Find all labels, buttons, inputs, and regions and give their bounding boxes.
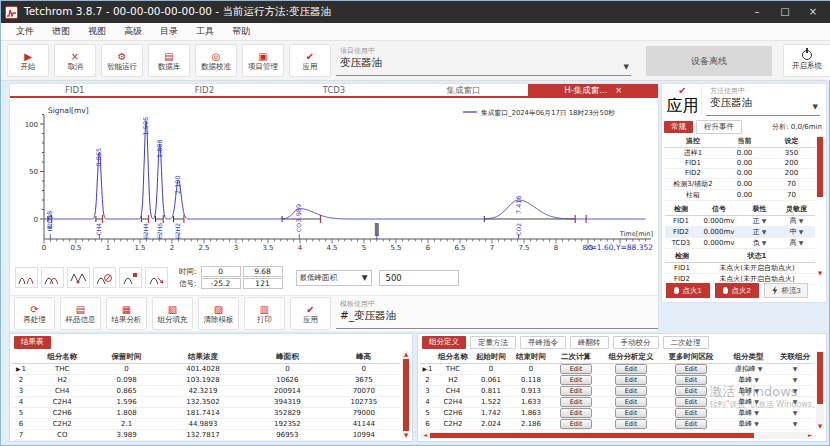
related-component-dropdown[interactable]: ▼	[776, 374, 814, 385]
close-button[interactable]: ×	[799, 1, 827, 23]
tab-fid1[interactable]: FID1	[10, 84, 140, 96]
related-component-dropdown[interactable]: ▼	[776, 418, 814, 429]
tab-h-integration-window[interactable]: H-集成窗... ×	[528, 84, 658, 96]
component-type-dropdown[interactable]: 单峰 ▼	[721, 407, 776, 418]
chevron-down-icon[interactable]: ▼	[793, 387, 798, 394]
chevron-down-icon[interactable]: ▼	[752, 398, 759, 405]
menu-item-tools[interactable]: 工具	[187, 25, 223, 38]
tab-peak-invert[interactable]: 峰翻转	[570, 336, 609, 349]
status-scroll-down-arrow[interactable]: ▼	[816, 270, 824, 277]
analysis-definition-edit-button[interactable]: Edit	[615, 375, 648, 385]
analysis-definition-edit-button[interactable]: Edit	[615, 397, 648, 407]
secondary-calc-edit-button[interactable]: Edit	[560, 364, 593, 374]
tab-component-definition[interactable]: 组分定义	[422, 336, 466, 349]
menu-item-file[interactable]: 文件	[7, 25, 43, 38]
chevron-down-icon[interactable]: ▼	[752, 420, 759, 427]
tab-secondary-processing[interactable]: 二次处理	[663, 336, 709, 349]
peak-skim-tool[interactable]	[145, 267, 168, 288]
tab-program-events[interactable]: 程升事件	[696, 120, 742, 134]
min-peak-area-input[interactable]: 500	[379, 270, 459, 286]
analysis-definition-edit-button[interactable]: Edit	[615, 386, 648, 396]
component-hscrollbar[interactable]: ◄ ►	[421, 432, 814, 439]
secondary-calc-edit-button[interactable]: Edit	[560, 386, 593, 396]
chevron-down-icon[interactable]: ▼	[752, 387, 759, 394]
project-combo[interactable]: 项目使用中 变压器油 ▼	[336, 46, 631, 76]
maximize-button[interactable]: □	[771, 1, 799, 23]
valley-tool[interactable]	[67, 267, 90, 288]
menu-item-help[interactable]: 帮助	[223, 25, 259, 38]
time-segments-edit-button[interactable]: Edit	[675, 386, 708, 396]
time-segments-edit-button[interactable]: Edit	[675, 364, 708, 374]
analysis-definition-edit-button[interactable]: Edit	[615, 364, 648, 374]
component-row[interactable]: ▶1THC00EditEditEdit虚拟峰 ▼▼	[420, 363, 814, 374]
component-row[interactable]: 3CH40.8110.913EditEditEdit单峰 ▼▼	[420, 385, 814, 396]
template-combo[interactable]: 模板使用中 #_变压器油	[336, 299, 658, 329]
method-combo[interactable]: 方法使用中 变压器油 ▼	[706, 86, 820, 116]
chevron-down-icon[interactable]: ▼	[797, 217, 804, 224]
apply-project-button[interactable]: ✔ 应用	[289, 44, 331, 77]
tab-integration-window[interactable]: 集成窗口	[399, 84, 529, 96]
analysis-definition-edit-button[interactable]: Edit	[615, 408, 648, 418]
signal-from-field[interactable]: -25.2	[201, 278, 241, 289]
chevron-down-icon[interactable]: ▼	[793, 376, 798, 383]
menu-item-advanced[interactable]: 高级	[115, 25, 151, 38]
chevron-down-icon[interactable]: ▼	[752, 409, 759, 416]
reprocess-button[interactable]: ⟳ 再处理	[14, 297, 55, 330]
tab-tcd3[interactable]: TCD3	[269, 84, 399, 96]
minimize-button[interactable]: –	[743, 1, 771, 23]
results-vscrollbar[interactable]: ▲ ▼	[402, 351, 410, 439]
time-to-field[interactable]: 9.68	[243, 266, 283, 277]
peak-delete-tool[interactable]	[93, 267, 116, 288]
result-row[interactable]: 3CH40.86542.321920091470070	[12, 385, 400, 396]
related-component-dropdown[interactable]: ▼	[776, 396, 814, 407]
tab-quantitation-method[interactable]: 定量方法	[470, 336, 516, 349]
menu-item-view[interactable]: 视图	[79, 25, 115, 38]
tab-fid2[interactable]: FID2	[140, 84, 270, 96]
menu-item-spectrum[interactable]: 谱图	[43, 25, 79, 38]
peak-mark-tool[interactable]	[119, 267, 142, 288]
result-row[interactable]: 6C2H22.144.989319235241144	[12, 418, 400, 429]
component-vscrollbar[interactable]: ▼	[816, 351, 824, 430]
chevron-down-icon[interactable]: ▼	[793, 365, 798, 372]
time-from-field[interactable]: 0	[201, 266, 241, 277]
device-offline-button[interactable]: 设备离线	[646, 46, 772, 76]
secondary-calc-edit-button[interactable]: Edit	[560, 419, 593, 429]
project-management-button[interactable]: ▣ 项目管理	[242, 44, 284, 77]
component-fill-button[interactable]: ▧ 组分填充	[152, 297, 193, 330]
cancel-button[interactable]: × 取消	[54, 44, 96, 77]
analysis-definition-edit-button[interactable]: Edit	[615, 419, 648, 429]
secondary-calc-edit-button[interactable]: Edit	[560, 375, 593, 385]
tab-peak-search[interactable]: 寻峰指令	[520, 336, 566, 349]
smart-run-button[interactable]: ⚙ 智能运行	[101, 44, 143, 77]
chevron-down-icon[interactable]: ▼	[760, 239, 767, 246]
ignite2-button[interactable]: 点火2	[715, 283, 759, 298]
tab-manual-calibration[interactable]: 手动校分	[613, 336, 659, 349]
component-row[interactable]: 5C2H61.7421.863EditEditEdit单峰 ▼▼	[420, 407, 814, 418]
component-type-dropdown[interactable]: 单峰 ▼	[721, 374, 776, 385]
bridge-current-button[interactable]: 桥流3	[764, 283, 808, 298]
time-segments-edit-button[interactable]: Edit	[675, 408, 708, 418]
result-row[interactable]: 2H20.098103.1928106263675	[12, 374, 400, 385]
sample-info-button[interactable]: ▤ 样品信息	[60, 297, 101, 330]
database-button[interactable]: ▤ 数据库	[148, 44, 190, 77]
related-component-dropdown[interactable]: ▼	[776, 407, 814, 418]
component-type-dropdown[interactable]: 虚拟峰 ▼	[721, 363, 776, 374]
chevron-down-icon[interactable]: ▼	[797, 239, 804, 246]
apply-template-button[interactable]: ✔ 应用	[290, 297, 331, 330]
chevron-down-icon[interactable]: ▼	[793, 420, 798, 427]
component-row[interactable]: 2H20.0610.118EditEditEdit单峰 ▼▼	[420, 374, 814, 385]
clear-template-button[interactable]: ▨ 清除模板	[198, 297, 239, 330]
result-row[interactable]: 5C2H61.808181.741435282979000	[12, 407, 400, 418]
component-type-dropdown[interactable]: 单峰 ▼	[721, 385, 776, 396]
chevron-down-icon[interactable]: ▼	[793, 409, 798, 416]
secondary-calc-edit-button[interactable]: Edit	[560, 408, 593, 418]
chevron-down-icon[interactable]: ▼	[760, 228, 767, 235]
chevron-down-icon[interactable]: ▼	[756, 365, 763, 372]
temp-table-scrollbar[interactable]	[816, 136, 824, 198]
secondary-calc-edit-button[interactable]: Edit	[560, 397, 593, 407]
print-button[interactable]: ▥ 打印	[244, 297, 285, 330]
apply-method-button[interactable]: ✔ 应用	[664, 86, 702, 116]
result-row[interactable]: ▶1THC0401.402800	[12, 363, 400, 374]
min-peak-area-dropdown[interactable]: 最低峰面积 ▼	[296, 270, 372, 286]
results-tab[interactable]: 结果表	[14, 336, 51, 349]
